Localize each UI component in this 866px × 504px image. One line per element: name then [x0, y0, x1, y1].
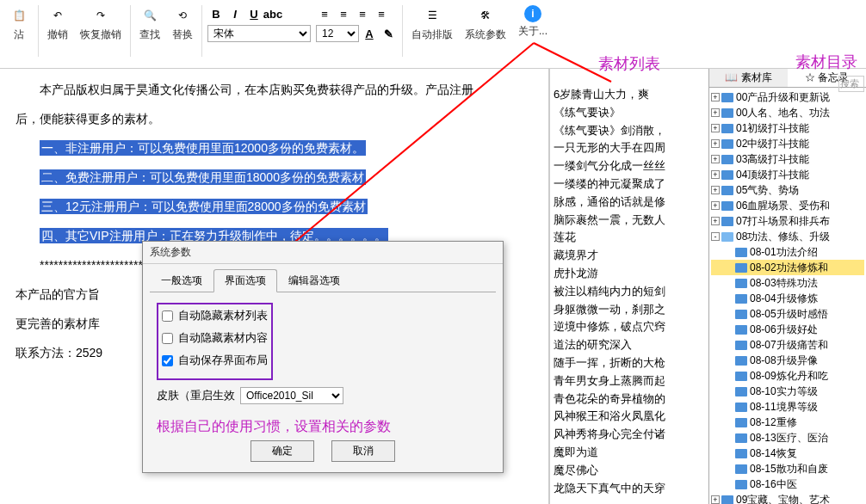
tree-item[interactable]: 08-10实力等级: [711, 384, 864, 399]
tree-item[interactable]: +00人名、地名、功法: [711, 105, 864, 120]
dialog-note: 根据自己的使用习惯，设置相关的参数: [157, 418, 489, 436]
tree-item[interactable]: -08功法、修练、升级: [711, 229, 864, 244]
list-item[interactable]: 一只无形的大手在四周: [554, 139, 705, 157]
tree-item[interactable]: 08-03特殊功法: [711, 275, 864, 291]
tree-item[interactable]: 08-14恢复: [711, 446, 864, 461]
tree-item[interactable]: +05气势、势场: [711, 182, 864, 198]
tree-item[interactable]: 08-06升级好处: [711, 322, 864, 337]
expand-icon[interactable]: +: [711, 155, 720, 163]
list-item[interactable]: 风神猴王和浴火凤凰化: [554, 408, 705, 426]
tab-ui[interactable]: 界面选项: [213, 269, 277, 292]
list-item[interactable]: 《练气要诀》: [554, 104, 705, 122]
highlight-button[interactable]: ✎: [380, 25, 397, 42]
tree-item[interactable]: 08-16中医: [711, 476, 864, 492]
list-item[interactable]: 龙隐天下真气中的天穿: [554, 480, 705, 498]
tab-material-lib[interactable]: 📖 素材库: [709, 69, 788, 87]
list-item[interactable]: 道法的研究深入: [554, 336, 705, 354]
info-icon: i: [524, 5, 541, 22]
autolayout-button[interactable]: ☰ 自动排版: [406, 2, 458, 46]
expand-icon[interactable]: +: [711, 93, 720, 101]
strike-button[interactable]: abc: [264, 5, 281, 22]
tree-item-label: 08-07升级痛苦和: [750, 337, 828, 353]
chk-hide-content[interactable]: [162, 333, 173, 344]
material-list-body[interactable]: 6岁膝青山大力，爽《练气要诀》《练气要诀》剑消散，一只无形的大手在四周一缕剑气分…: [550, 69, 708, 499]
tree-item[interactable]: 08-15散功和自废: [711, 461, 864, 476]
collapse-icon[interactable]: -: [711, 232, 720, 241]
find-button[interactable]: 🔍 查找: [134, 2, 165, 46]
list-item[interactable]: 一缕剑气分化成一丝丝: [554, 157, 705, 175]
bold-button[interactable]: B: [207, 5, 225, 22]
tree-item[interactable]: +06血腥场景、受伤和: [711, 198, 864, 213]
skin-select[interactable]: Office2010_Sil: [240, 387, 343, 404]
undo-button[interactable]: ↶ 撤销: [42, 2, 73, 46]
list-item[interactable]: 青色花朵的奇异植物的: [554, 390, 705, 409]
expand-icon[interactable]: +: [711, 201, 720, 210]
expand-icon[interactable]: +: [711, 108, 720, 117]
tree-item[interactable]: +01初级打斗技能: [711, 120, 864, 136]
expand-icon[interactable]: +: [711, 217, 720, 225]
list-item[interactable]: 身躯微微一动，刹那之: [554, 301, 705, 319]
expand-icon[interactable]: +: [711, 124, 720, 132]
tree-item-label: 07打斗场景和排兵布: [736, 213, 830, 229]
font-color-button[interactable]: A: [361, 25, 378, 42]
list-item[interactable]: 魔尽佛心: [554, 462, 705, 480]
folder-icon: [735, 480, 747, 489]
align-right-button[interactable]: ≡: [354, 5, 371, 22]
ok-button[interactable]: 确定: [251, 440, 314, 462]
tree-item[interactable]: 08-05升级时感悟: [711, 306, 864, 322]
expand-icon[interactable]: +: [711, 495, 720, 504]
align-justify-button[interactable]: ≡: [373, 5, 390, 22]
tree-item[interactable]: +02中级打斗技能: [711, 136, 864, 151]
tree-item[interactable]: +09宝藏、宝物、艺术: [711, 492, 864, 504]
sysparam-button[interactable]: 🛠 系统参数: [460, 2, 511, 46]
list-item[interactable]: 被注以精纯内力的短剑: [554, 283, 705, 301]
tree-item[interactable]: 08-09炼化丹和吃: [711, 368, 864, 384]
list-item[interactable]: 逆境中修炼，破点穴窍: [554, 318, 705, 336]
about-button[interactable]: i 关于...: [513, 2, 553, 42]
tree-item[interactable]: 08-13医疗、医治: [711, 430, 864, 446]
list-item[interactable]: 莲花: [554, 229, 705, 247]
list-item[interactable]: 青年男女身上蒸腾而起: [554, 372, 705, 390]
expand-icon[interactable]: +: [711, 186, 720, 194]
tree-item[interactable]: 08-02功法修炼和: [711, 260, 864, 275]
search-input[interactable]: 搜索: [838, 76, 864, 92]
list-item[interactable]: 一缕缕的神元凝聚成了: [554, 175, 705, 194]
cancel-button[interactable]: 取消: [331, 440, 395, 462]
tree-item[interactable]: 08-08升级异像: [711, 353, 864, 368]
italic-button[interactable]: I: [226, 5, 244, 22]
tab-editor[interactable]: 编辑器选项: [277, 269, 351, 292]
expand-icon[interactable]: +: [711, 139, 720, 148]
list-item[interactable]: 虎扑龙游: [554, 265, 705, 283]
tree-item[interactable]: +04顶级打斗技能: [711, 167, 864, 182]
list-item[interactable]: 魔即为道: [554, 444, 705, 462]
tree-item[interactable]: 08-11境界等级: [711, 399, 864, 415]
list-item[interactable]: 《练气要诀》剑消散，: [554, 122, 705, 140]
list-item[interactable]: 6岁膝青山大力，爽: [554, 86, 705, 104]
replace-button[interactable]: ⟲ 替换: [167, 2, 198, 46]
align-left-button[interactable]: ≡: [316, 5, 333, 22]
chk-save-layout[interactable]: [162, 355, 173, 366]
paste-label: 沾: [14, 28, 24, 42]
list-item[interactable]: 脑际裹然一震，无数人: [554, 212, 705, 230]
tree-body[interactable]: +00产品升级和更新说+00人名、地名、功法+01初级打斗技能+02中级打斗技能…: [709, 88, 866, 504]
tree-item[interactable]: +03高级打斗技能: [711, 151, 864, 167]
tree-item[interactable]: 08-04升级修炼: [711, 291, 864, 306]
tree-item[interactable]: 08-07升级痛苦和: [711, 337, 864, 353]
chk-hide-list[interactable]: [162, 310, 173, 322]
list-item[interactable]: 随手一挥，折断的大枪: [554, 354, 705, 372]
align-center-button[interactable]: ≡: [335, 5, 352, 22]
list-item[interactable]: 脉感，通俗的话就是修: [554, 194, 705, 212]
list-item[interactable]: 藏境界才: [554, 247, 705, 265]
tree-item[interactable]: 08-01功法介绍: [711, 244, 864, 260]
tree-item[interactable]: +07打斗场景和排兵布: [711, 213, 864, 229]
tree-item[interactable]: 08-12重修: [711, 415, 864, 430]
size-select[interactable]: 12: [316, 25, 359, 42]
font-select[interactable]: 宋体: [207, 25, 311, 42]
underline-button[interactable]: U: [245, 5, 263, 22]
expand-icon[interactable]: +: [711, 170, 720, 179]
checkbox-group: 自动隐藏素材列表 自动隐藏素材内容 自动保存界面布局: [157, 303, 273, 380]
list-item[interactable]: 风神秀将身心完全付诸: [554, 426, 705, 444]
tab-general[interactable]: 一般选项: [150, 269, 213, 292]
paste-button[interactable]: 📋 沾: [3, 2, 34, 46]
redo-button[interactable]: ↷ 恢复撤销: [75, 2, 127, 46]
